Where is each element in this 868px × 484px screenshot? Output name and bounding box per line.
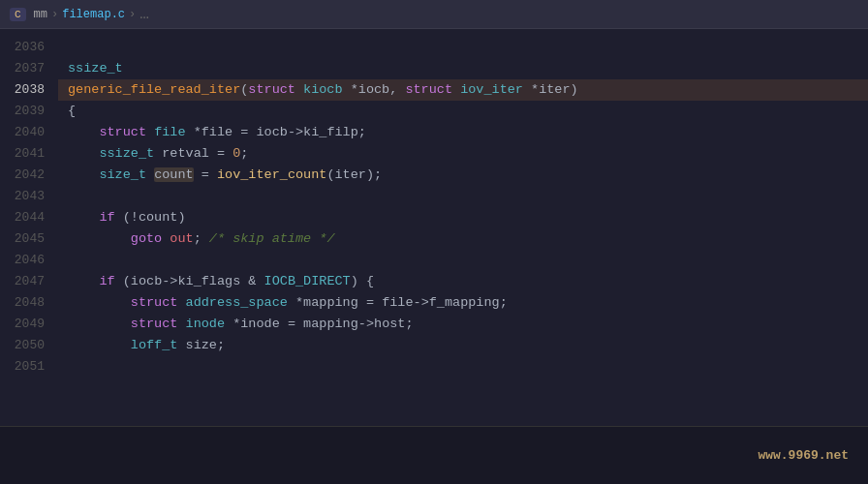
- code-line-2045: goto out; /* skip atime */: [58, 228, 868, 250]
- editor-container: C mm › filemap.c › … 2036 2037 2038 2039…: [0, 0, 868, 484]
- line-num-2041: 2041: [0, 143, 58, 165]
- code-line-2038: generic_file_read_iter(struct kiocb *ioc…: [58, 79, 868, 101]
- code-line-2043: [58, 186, 868, 207]
- sep1: ›: [51, 8, 58, 21]
- breadcrumb: C mm › filemap.c › …: [0, 0, 868, 29]
- line-num-2040: 2040: [0, 122, 58, 143]
- line-num-2043: 2043: [0, 186, 58, 207]
- line-num-2047: 2047: [0, 271, 58, 292]
- code-line-2041: ssize_t retval = 0;: [58, 143, 868, 165]
- line-num-2042: 2042: [0, 165, 58, 186]
- code-line-2040: struct file *file = iocb->ki_filp;: [58, 122, 868, 143]
- line-num-2045: 2045: [0, 228, 58, 250]
- line-num-2038: 2038: [0, 79, 58, 101]
- code-line-2049: struct inode *inode = mapping->host;: [58, 314, 868, 335]
- line-num-2050: 2050: [0, 335, 58, 356]
- code-line-2037: ssize_t: [58, 58, 868, 79]
- sep2: ›: [129, 8, 136, 21]
- code-line-2051: [58, 356, 868, 378]
- code-line-2042: size_t count = iov_iter_count(iter);: [58, 165, 868, 186]
- line-num-2046: 2046: [0, 250, 58, 271]
- bottom-bar: www.9969.net: [0, 426, 868, 484]
- code-line-2048: struct address_space *mapping = file->f_…: [58, 292, 868, 314]
- breadcrumb-lang: C: [10, 8, 26, 21]
- code-content: ssize_t generic_file_read_iter(struct ki…: [58, 29, 868, 426]
- code-area: 2036 2037 2038 2039 2040 2041 2042 2043 …: [0, 29, 868, 426]
- line-num-2039: 2039: [0, 101, 58, 122]
- code-line-2044: if (!count): [58, 207, 868, 228]
- line-num-2037: 2037: [0, 58, 58, 79]
- breadcrumb-file: filemap.c: [62, 8, 125, 21]
- code-line-2047: if (iocb->ki_flags & IOCB_DIRECT) {: [58, 271, 868, 292]
- line-num-2044: 2044: [0, 207, 58, 228]
- watermark-text: www.9969.net: [758, 448, 849, 463]
- breadcrumb-mm: mm: [34, 8, 47, 21]
- breadcrumb-ellipsis: …: [140, 6, 149, 23]
- line-numbers: 2036 2037 2038 2039 2040 2041 2042 2043 …: [0, 29, 58, 426]
- code-line-2036: [58, 37, 868, 58]
- line-num-2048: 2048: [0, 292, 58, 314]
- code-line-2039: {: [58, 101, 868, 122]
- line-num-2049: 2049: [0, 314, 58, 335]
- code-line-2046: [58, 250, 868, 271]
- line-num-2051: 2051: [0, 356, 58, 378]
- code-line-2050: loff_t size;: [58, 335, 868, 356]
- line-num-2036: 2036: [0, 37, 58, 58]
